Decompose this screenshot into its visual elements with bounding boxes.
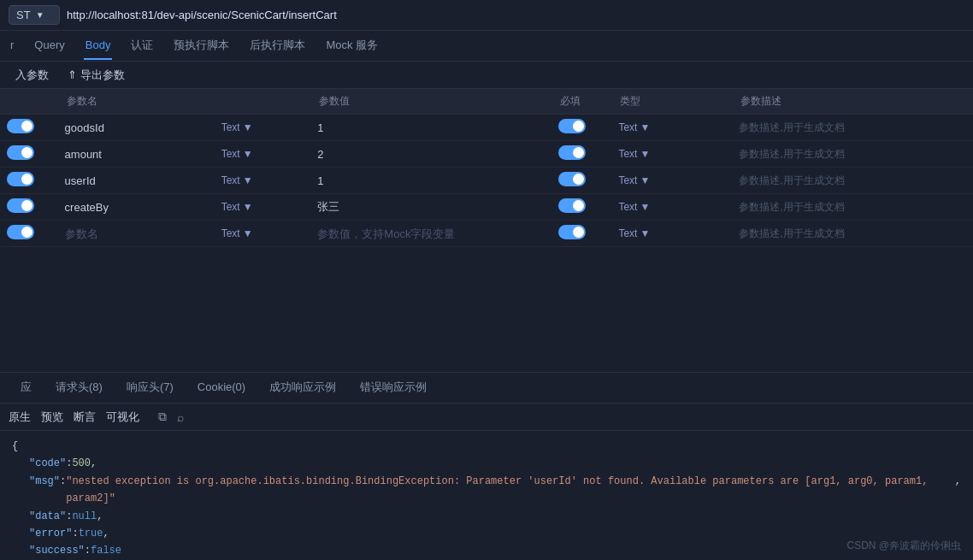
tab-auth[interactable]: 认证 <box>129 31 155 62</box>
row5-valtype-select[interactable]: Text ▼ <box>618 227 725 239</box>
search-icon[interactable]: ⌕ <box>177 410 184 424</box>
sub-tab-input[interactable]: 入参数 <box>9 63 56 87</box>
row2-name: amount <box>65 148 102 161</box>
type-chevron-icon: ▼ <box>243 227 253 239</box>
row1-desc: 参数描述,用于生成文档 <box>739 121 844 133</box>
valtype-chevron-icon: ▼ <box>640 121 650 133</box>
tab-body[interactable]: Body <box>84 32 113 60</box>
response-section: 应 请求头(8) 响应头(7) Cookie(0) 成功响应示例 错误响应示例 … <box>0 372 973 560</box>
table-row: Text ▼ Text ▼ 参数描述,用于生成文档 <box>0 221 973 247</box>
row1-value-input[interactable] <box>317 121 545 134</box>
tab-pre-script[interactable]: 预执行脚本 <box>172 31 231 62</box>
row5-value-input[interactable] <box>317 227 545 240</box>
response-toolbar: 原生 预览 断言 可视化 ⧉ ⌕ <box>0 404 973 431</box>
row3-value-input[interactable] <box>317 174 545 187</box>
resp-tab-request-headers[interactable]: 请求头(8) <box>44 373 115 404</box>
row2-req-toggle[interactable] <box>558 145 586 160</box>
tab-bar: r Query Body 认证 预执行脚本 后执行脚本 Mock 服务 <box>0 31 973 62</box>
row5-type-select[interactable]: Text ▼ <box>221 227 304 239</box>
method-label: ST <box>16 9 31 21</box>
resp-tab-response[interactable]: 应 <box>9 373 44 404</box>
row3-req-toggle[interactable] <box>558 172 586 186</box>
row2-toggle[interactable] <box>7 145 34 160</box>
row2-value-input[interactable] <box>317 148 545 161</box>
resp-data: null <box>72 508 97 525</box>
toolbar-raw[interactable]: 原生 <box>9 410 31 425</box>
row4-name: createBy <box>65 201 109 214</box>
sub-tab-bar: 入参数 ⇑ 导出参数 <box>0 62 973 89</box>
params-table-container: 参数名 参数值 必填 类型 参数描述 goodsId Text ▼ <box>0 89 973 294</box>
params-table: 参数名 参数值 必填 类型 参数描述 goodsId Text ▼ <box>0 89 973 247</box>
th-desc: 参数描述 <box>732 89 973 115</box>
row1-type-select[interactable]: Text ▼ <box>221 121 304 133</box>
th-type2: 类型 <box>611 89 732 115</box>
method-chevron-icon: ▼ <box>36 10 44 20</box>
toolbar-visual[interactable]: 可视化 <box>106 410 139 425</box>
row1-name: goodsId <box>65 121 104 134</box>
response-tab-bar: 应 请求头(8) 响应头(7) Cookie(0) 成功响应示例 错误响应示例 <box>0 373 973 404</box>
row2-type-select[interactable]: Text ▼ <box>221 148 304 160</box>
th-required: 必填 <box>551 89 611 115</box>
th-value: 参数值 <box>310 89 551 115</box>
url-bar: ST ▼ <box>0 0 973 31</box>
row5-toggle[interactable] <box>7 225 34 239</box>
sub-tab-export[interactable]: ⇑ 导出参数 <box>61 63 132 87</box>
url-input[interactable] <box>67 9 964 21</box>
row1-toggle[interactable] <box>7 119 34 133</box>
resp-tab-response-headers[interactable]: 响应头(7) <box>115 373 186 404</box>
th-toggle <box>0 89 58 115</box>
response-body: { "code": 500, "msg": "nested exception … <box>0 431 973 560</box>
row4-type-select[interactable]: Text ▼ <box>221 201 304 213</box>
row2-valtype-select[interactable]: Text ▼ <box>618 148 725 160</box>
toolbar-preview[interactable]: 预览 <box>41 410 63 425</box>
tab-post-script[interactable]: 后执行脚本 <box>248 31 307 62</box>
export-icon: ⇑ <box>68 68 77 81</box>
row4-desc: 参数描述,用于生成文档 <box>739 201 844 213</box>
sub-tab-export-label: 导出参数 <box>80 68 125 83</box>
table-row: userId Text ▼ Text ▼ 参数描述,用于生成文档 <box>0 168 973 194</box>
tab-r[interactable]: r <box>9 32 15 60</box>
row3-valtype-select[interactable]: Text ▼ <box>618 174 725 186</box>
row3-name: userId <box>65 174 96 187</box>
table-row: createBy Text ▼ Text ▼ 参数描述,用于生成文档 <box>0 194 973 221</box>
resp-code: 500 <box>72 455 91 472</box>
resp-tab-success-example[interactable]: 成功响应示例 <box>257 373 348 404</box>
valtype-chevron-icon: ▼ <box>640 174 650 186</box>
row5-name-input[interactable] <box>65 227 208 240</box>
type-chevron-icon: ▼ <box>243 121 253 133</box>
row1-req-toggle[interactable] <box>558 119 586 133</box>
tab-mock[interactable]: Mock 服务 <box>324 31 380 62</box>
resp-tab-error-example[interactable]: 错误响应示例 <box>348 373 439 404</box>
type-chevron-icon: ▼ <box>243 148 253 160</box>
row5-desc: 参数描述,用于生成文档 <box>739 227 844 239</box>
valtype-chevron-icon: ▼ <box>640 148 650 160</box>
sub-tab-input-label: 入参数 <box>15 68 49 83</box>
row1-valtype-select[interactable]: Text ▼ <box>618 121 725 133</box>
row5-req-toggle[interactable] <box>558 225 586 239</box>
tab-query[interactable]: Query <box>32 32 66 60</box>
row3-toggle[interactable] <box>7 172 34 186</box>
row2-desc: 参数描述,用于生成文档 <box>739 148 844 160</box>
resp-msg: "nested exception is org.apache.ibatis.b… <box>66 473 955 508</box>
row4-value-input[interactable] <box>317 201 545 214</box>
watermark: CSDN @奔波霸的伶俐虫 <box>846 539 961 553</box>
th-name: 参数名 <box>58 89 215 115</box>
resp-success: false <box>91 542 121 559</box>
type-chevron-icon: ▼ <box>243 174 253 186</box>
table-row: amount Text ▼ Text ▼ 参数描述,用于生成文档 <box>0 141 973 168</box>
row3-type-select[interactable]: Text ▼ <box>221 174 304 186</box>
type-chevron-icon: ▼ <box>243 201 253 213</box>
toolbar-assert[interactable]: 断言 <box>74 410 96 425</box>
row4-toggle[interactable] <box>7 198 34 213</box>
table-row: goodsId Text ▼ Text ▼ 参数描述,用于生成文档 <box>0 115 973 141</box>
valtype-chevron-icon: ▼ <box>640 227 650 239</box>
row4-valtype-select[interactable]: Text ▼ <box>618 201 725 213</box>
row3-desc: 参数描述,用于生成文档 <box>739 174 844 186</box>
resp-error: true <box>79 525 103 542</box>
copy-icon[interactable]: ⧉ <box>158 410 167 424</box>
row4-req-toggle[interactable] <box>558 198 586 213</box>
valtype-chevron-icon: ▼ <box>640 201 650 213</box>
method-select[interactable]: ST ▼ <box>9 5 60 25</box>
th-type <box>215 89 311 115</box>
resp-tab-cookie[interactable]: Cookie(0) <box>186 374 257 402</box>
